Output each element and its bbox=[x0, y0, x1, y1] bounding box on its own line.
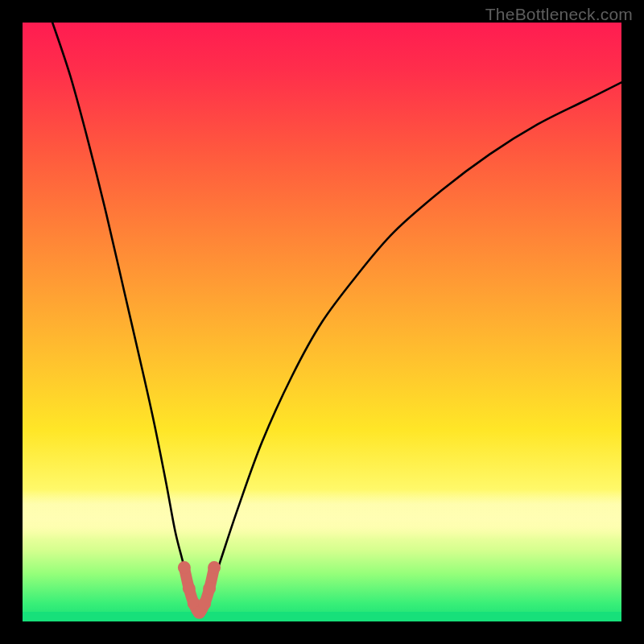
watermark-text: TheBottleneck.com bbox=[485, 5, 633, 24]
sweet-spot-point bbox=[183, 582, 196, 595]
bottleneck-curve bbox=[52, 23, 621, 613]
sweet-spot-point bbox=[208, 561, 221, 574]
sweet-spot-point bbox=[198, 597, 211, 610]
chart-svg bbox=[23, 23, 621, 621]
sweet-spot-point bbox=[178, 561, 191, 574]
sweet-spot-point bbox=[203, 582, 216, 595]
plot-frame bbox=[23, 23, 621, 621]
